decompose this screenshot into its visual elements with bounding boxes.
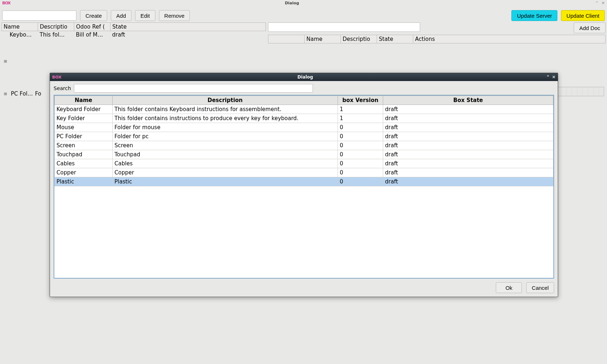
remove-button[interactable]: Remove <box>159 10 190 21</box>
modal-titlebar[interactable]: BOX Dialog ⌃ ✕ <box>50 73 558 81</box>
modal-search-label: Search <box>54 85 71 91</box>
close-icon[interactable]: ✕ <box>602 1 605 5</box>
left-th-desc[interactable]: Descriptio <box>38 23 74 31</box>
left-table[interactable]: Name Descriptio Odoo Ref ( State Keybo… … <box>1 22 266 38</box>
update-server-button[interactable]: Update Server <box>511 10 557 21</box>
right-th-0[interactable] <box>268 35 305 43</box>
update-client-button[interactable]: Update Client <box>561 10 605 21</box>
grid-th-name[interactable]: Name <box>55 96 113 105</box>
right-th-2[interactable]: Descriptio <box>341 35 377 43</box>
grid-row[interactable]: CablesCables0draft <box>55 159 553 168</box>
left-th-name[interactable]: Name <box>2 23 38 31</box>
cancel-button[interactable]: Cancel <box>526 282 554 293</box>
grid-row[interactable]: PlasticPlastic0draft <box>55 177 553 186</box>
modal-search-input[interactable] <box>74 84 313 93</box>
left-th-ref[interactable]: Odoo Ref ( <box>74 23 110 31</box>
toolbar-search-input[interactable] <box>2 10 76 21</box>
modal-close-icon[interactable]: ✕ <box>552 75 556 80</box>
ok-button[interactable]: Ok <box>496 282 522 293</box>
minimize-icon[interactable]: ⌃ <box>595 1 599 5</box>
modal-grid[interactable]: Name Description box Version Box State K… <box>54 95 554 279</box>
create-button[interactable]: Create <box>80 10 107 21</box>
right-th-1[interactable]: Name <box>305 35 341 43</box>
tree-item-label2: Fo <box>35 90 41 97</box>
expand-icon[interactable]: ⊞ <box>3 59 8 64</box>
window-titlebar: BOX Dialog ⌃ ✕ <box>0 0 607 6</box>
right-table[interactable]: Name Descriptio State Actions <box>268 35 606 43</box>
modal-up-icon[interactable]: ⌃ <box>546 75 550 80</box>
right-th-3[interactable]: State <box>377 35 413 43</box>
grid-row[interactable]: MouseFolder for mouse0draft <box>55 123 553 132</box>
edit-button[interactable]: Edit <box>135 10 155 21</box>
right-th-4[interactable]: Actions <box>413 35 606 43</box>
app-logo: BOX <box>2 1 11 5</box>
grid-th-state[interactable]: Box State <box>383 96 553 105</box>
right-search-input[interactable] <box>268 22 420 32</box>
window-title: Dialog <box>11 1 595 5</box>
toolbar: Create Add Edit Remove Update Server Upd… <box>2 10 605 21</box>
grid-row[interactable]: Keyboard FolderThis folder contains Keyb… <box>55 105 553 114</box>
tree-item-label: PC Fol… <box>11 90 33 97</box>
grid-th-ver[interactable]: box Version <box>338 96 383 105</box>
grid-th-desc[interactable]: Description <box>113 96 338 105</box>
add-doc-button[interactable]: Add Doc <box>574 22 606 33</box>
grid-row[interactable]: CopperCopper0draft <box>55 168 553 177</box>
modal-logo-icon: BOX <box>52 75 62 80</box>
left-th-state[interactable]: State <box>110 23 266 31</box>
modal-dialog: BOX Dialog ⌃ ✕ Search Name Description b… <box>50 73 558 297</box>
grid-row[interactable]: ScreenScreen0draft <box>55 141 553 150</box>
modal-title-text: Dialog <box>64 75 546 80</box>
add-button[interactable]: Add <box>111 10 131 21</box>
grid-row[interactable]: PC FolderFolder for pc0draft <box>55 132 553 141</box>
expand-icon[interactable]: ⊞ <box>3 92 8 96</box>
grid-row[interactable]: Key FolderThis folder contains instructi… <box>55 114 553 123</box>
grid-row[interactable]: TouchpadTouchpad0draft <box>55 150 553 159</box>
tree-row-expand[interactable]: ⊞ <box>1 58 266 64</box>
left-table-row[interactable]: Keybo… This fol… Bill of M… draft <box>2 31 266 39</box>
